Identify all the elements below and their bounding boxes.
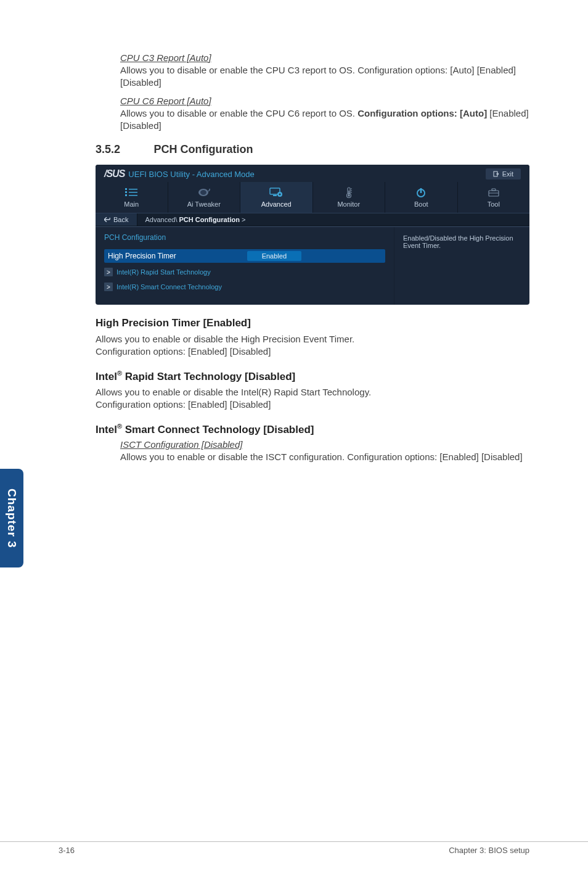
back-button[interactable]: Back [96, 213, 137, 226]
rapid-start-label: Intel(R) Rapid Start Technology [116, 268, 211, 276]
section-title: PCH Configuration [153, 143, 253, 155]
tab-boot[interactable]: Boot [385, 182, 458, 213]
section-number: 3.5.2 [96, 143, 151, 156]
tab-ai-tweaker[interactable]: Ai Tweaker [168, 182, 241, 213]
tab-advanced[interactable]: Advanced [240, 182, 313, 213]
svg-point-8 [200, 190, 206, 195]
smart-title-sup: ® [117, 423, 122, 430]
pch-config-title: PCH Configuration [104, 233, 385, 242]
svg-rect-10 [273, 195, 277, 196]
list-icon [96, 186, 168, 199]
cpu-c6-desc-pre: Allows you to disable or enable the CPU … [120, 108, 357, 118]
rapid-setting-title: Intel® Rapid Start Technology [Disabled] [96, 369, 529, 383]
tab-ai-label: Ai Tweaker [168, 200, 240, 208]
hpt-row[interactable]: High Precision Timer Enabled [104, 249, 385, 263]
bios-help-text: Enabled/Disabled the High Precision Even… [403, 234, 521, 249]
cpu-c3-block: CPU C3 Report [Auto] Allows you to disab… [120, 52, 529, 89]
rapid-start-row[interactable]: > Intel(R) Rapid Start Technology [104, 266, 385, 278]
power-icon [385, 186, 457, 199]
bios-screenshot: /SUS UEFI BIOS Utility - Advanced Mode E… [96, 165, 529, 305]
section-header: 3.5.2 PCH Configuration [96, 143, 529, 156]
chevron-icon: > [104, 268, 113, 276]
isct-title: ISCT Configuration [Disabled] [120, 439, 529, 450]
rapid-title-post: Rapid Start Technology [Disabled] [122, 370, 295, 382]
bios-left-panel: PCH Configuration High Precision Timer E… [96, 227, 394, 305]
hpt-setting-desc: Allows you to enable or disable the High… [96, 333, 529, 358]
cpu-c6-title: CPU C6 Report [Auto] [120, 96, 529, 106]
tab-main-label: Main [96, 200, 168, 208]
smart-connect-label: Intel(R) Smart Connect Technology [116, 283, 222, 291]
page-footer: 3-16 Chapter 3: BIOS setup [0, 841, 588, 855]
bios-tabs: Main Ai Tweaker Advanced Monitor [96, 182, 529, 213]
bios-logo-row: /SUS UEFI BIOS Utility - Advanced Mode [104, 168, 255, 179]
mouse-icon [168, 186, 240, 199]
chapter-side-tab: Chapter 3 [0, 469, 23, 567]
tab-monitor-label: Monitor [313, 200, 385, 208]
bios-header: /SUS UEFI BIOS Utility - Advanced Mode E… [96, 165, 529, 182]
exit-icon [493, 171, 499, 177]
bios-body: PCH Configuration High Precision Timer E… [96, 226, 529, 305]
rapid-title-pre: Intel [96, 370, 117, 382]
chapter-tab-label: Chapter 3 [5, 489, 18, 548]
svg-rect-5 [125, 194, 127, 196]
rapid-setting-desc: Allows you to enable or disable the Inte… [96, 386, 529, 411]
rapid-title-sup: ® [117, 369, 122, 377]
back-label: Back [113, 216, 128, 223]
hpt-label: High Precision Timer [108, 252, 176, 260]
tab-tool-label: Tool [458, 200, 530, 208]
breadcrumb: Advanced\ PCH Configuration > [137, 213, 253, 226]
monitor-gear-icon [240, 186, 312, 199]
svg-rect-6 [129, 195, 137, 196]
cpu-c3-title: CPU C3 Report [Auto] [120, 52, 529, 63]
cpu-c6-desc: Allows you to disable or enable the CPU … [120, 107, 529, 133]
breadcrumb-strong: PCH Configuration [179, 216, 240, 223]
smart-connect-row[interactable]: > Intel(R) Smart Connect Technology [104, 281, 385, 292]
back-arrow-icon [104, 217, 110, 222]
svg-rect-23 [492, 189, 496, 191]
svg-rect-1 [125, 188, 127, 190]
chevron-icon: > [104, 283, 113, 291]
hpt-value[interactable]: Enabled [247, 251, 301, 261]
exit-label: Exit [502, 170, 513, 178]
svg-rect-3 [125, 191, 127, 193]
svg-rect-2 [129, 189, 137, 190]
smart-title-pre: Intel [96, 423, 117, 435]
exit-button[interactable]: Exit [486, 168, 521, 179]
tab-monitor[interactable]: Monitor [313, 182, 386, 213]
bios-breadcrumb-row: Back Advanced\ PCH Configuration > [96, 213, 529, 226]
bios-title: UEFI BIOS Utility - Advanced Mode [128, 170, 254, 179]
svg-rect-4 [129, 192, 137, 193]
isct-desc: Allows you to enable or disable the ISCT… [120, 451, 529, 463]
cpu-c3-desc: Allows you to disable or enable the CPU … [120, 64, 529, 89]
footer-chapter: Chapter 3: BIOS setup [449, 846, 529, 855]
cpu-c6-desc-bold: Configuration options: [Auto] [357, 108, 487, 118]
asus-logo: /SUS [104, 168, 125, 179]
breadcrumb-pre: Advanced\ [145, 216, 179, 223]
isct-block: ISCT Configuration [Disabled] Allows you… [120, 439, 529, 463]
toolbox-icon [458, 186, 530, 199]
smart-setting-title: Intel® Smart Connect Technology [Disable… [96, 423, 529, 436]
tab-tool[interactable]: Tool [458, 182, 530, 213]
smart-title-post: Smart Connect Technology [Disabled] [122, 423, 314, 435]
page-number: 3-16 [59, 846, 75, 855]
tab-boot-label: Boot [385, 200, 457, 208]
breadcrumb-post: > [240, 216, 245, 223]
bios-help-panel: Enabled/Disabled the High Precision Even… [394, 227, 529, 305]
tab-advanced-label: Advanced [240, 200, 312, 208]
thermometer-icon [313, 186, 385, 199]
svg-point-12 [279, 194, 281, 196]
hpt-setting-title: High Precision Timer [Enabled] [96, 317, 529, 329]
cpu-c6-block: CPU C6 Report [Auto] Allows you to disab… [120, 96, 529, 133]
tab-main[interactable]: Main [96, 182, 168, 213]
